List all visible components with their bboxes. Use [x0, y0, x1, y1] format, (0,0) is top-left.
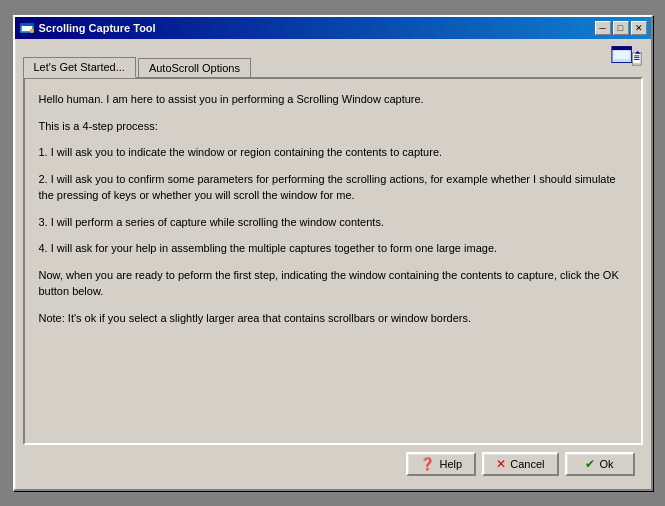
tab-autoscroll[interactable]: AutoScroll Options	[138, 58, 251, 78]
content-text: Hello human. I am here to assist you in …	[39, 91, 627, 326]
bottom-bar: ❓ Help ✕ Cancel ✔ Ok	[23, 445, 643, 483]
help-button[interactable]: ❓ Help	[406, 452, 476, 476]
title-bar: Scrolling Capture Tool ─ □ ✕	[15, 17, 651, 39]
para-hello-text: Hello human. I am here to assist you in …	[39, 93, 424, 105]
title-bar-buttons: ─ □ ✕	[595, 21, 647, 35]
cancel-button[interactable]: ✕ Cancel	[482, 452, 558, 476]
header-right	[253, 45, 643, 77]
svg-rect-6	[611, 47, 631, 51]
para-hello: Hello human. I am here to assist you in …	[39, 91, 627, 108]
ok-icon: ✔	[585, 457, 595, 471]
para-4step-text: This is a 4-step process:	[39, 120, 158, 132]
svg-rect-2	[20, 23, 34, 26]
tab-autoscroll-label: AutoScroll Options	[149, 62, 240, 74]
para-ready: Now, when you are ready to peform the fi…	[39, 267, 627, 300]
step2-text: 2. I will ask you to confirm some parame…	[39, 173, 616, 202]
svg-rect-10	[634, 57, 639, 58]
window-title: Scrolling Capture Tool	[39, 22, 595, 34]
ok-label: Ok	[599, 458, 613, 470]
window-body: Let's Get Started... AutoScroll Options	[15, 39, 651, 489]
svg-rect-11	[634, 59, 639, 60]
svg-rect-9	[634, 55, 639, 56]
step4-para: 4. I will ask for your help in assemblin…	[39, 240, 627, 257]
step1-para: 1. I will ask you to indicate the window…	[39, 144, 627, 161]
maximize-button[interactable]: □	[613, 21, 629, 35]
ok-button[interactable]: ✔ Ok	[565, 452, 635, 476]
content-area: Hello human. I am here to assist you in …	[23, 77, 643, 445]
step3-para: 3. I will perform a series of capture wh…	[39, 214, 627, 231]
cancel-label: Cancel	[510, 458, 544, 470]
app-icon	[19, 20, 35, 36]
para-ready-text: Now, when you are ready to peform the fi…	[39, 269, 619, 298]
main-window: Scrolling Capture Tool ─ □ ✕ Let's Get S…	[13, 15, 653, 491]
svg-rect-8	[633, 54, 640, 63]
minimize-button[interactable]: ─	[595, 21, 611, 35]
tab-get-started[interactable]: Let's Get Started...	[23, 57, 136, 78]
para-note: Note: It's ok if you select a slightly l…	[39, 310, 627, 327]
step2-para: 2. I will ask you to confirm some parame…	[39, 171, 627, 204]
tab-bar: Let's Get Started... AutoScroll Options	[23, 45, 643, 77]
para-note-text: Note: It's ok if you select a slightly l…	[39, 312, 472, 324]
scrolling-capture-icon	[611, 45, 643, 73]
close-button[interactable]: ✕	[631, 21, 647, 35]
cancel-icon: ✕	[496, 457, 506, 471]
help-icon: ❓	[420, 457, 435, 471]
para-4step: This is a 4-step process:	[39, 118, 627, 135]
tab-get-started-label: Let's Get Started...	[34, 61, 125, 73]
step4-text: 4. I will ask for your help in assemblin…	[39, 242, 498, 254]
step3-text: 3. I will perform a series of capture wh…	[39, 216, 384, 228]
step1-text: 1. I will ask you to indicate the window…	[39, 146, 443, 158]
help-label: Help	[439, 458, 462, 470]
